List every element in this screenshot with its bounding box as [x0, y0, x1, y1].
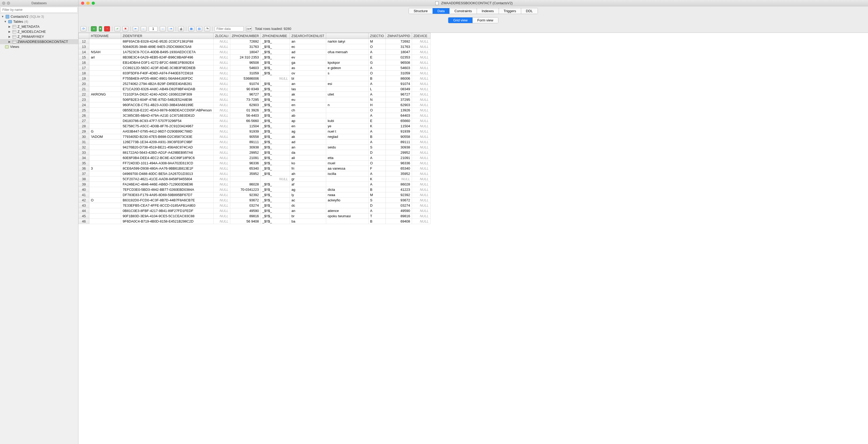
add-row-menu-button[interactable]: ▾	[99, 26, 102, 32]
table-row[interactable]: 40 7EFCD3E0-5BD3-4842-BB77-0260EBD0384A …	[79, 187, 431, 192]
row-number[interactable]: 40	[79, 187, 89, 192]
cell[interactable]: 93672	[385, 198, 412, 203]
cell[interactable]: _$!!$_	[261, 150, 290, 155]
cell[interactable]: 73-7295	[230, 97, 261, 102]
cell-null[interactable]: NULL	[214, 161, 230, 166]
chevron-right-icon[interactable]: ▶	[8, 30, 11, 33]
column-header[interactable]: ZIDENTIFIER	[121, 33, 214, 39]
filter-options-button[interactable]: Tx▾	[246, 26, 252, 32]
cell[interactable]: _$!!$_	[261, 192, 290, 198]
cell[interactable]: 31059	[385, 71, 412, 76]
cell[interactable]: E	[368, 55, 385, 60]
row-number[interactable]: 33	[79, 150, 89, 155]
cell-null[interactable]: NULL	[214, 49, 230, 55]
row-number[interactable]: 46	[79, 219, 89, 224]
cell[interactable]: 72692	[230, 39, 261, 44]
cell[interactable]: 08349	[385, 87, 412, 92]
cell[interactable]: 86028	[230, 182, 261, 187]
cell[interactable]: _$!!$_	[261, 55, 290, 60]
cell[interactable]: _$!!$_	[261, 213, 290, 219]
cell[interactable]	[89, 208, 121, 213]
cell[interactable]	[89, 118, 121, 124]
cell-null[interactable]: NULL	[412, 108, 430, 113]
cell[interactable]: FF724D3D-1011-494A-A308-9AA702E613CD	[121, 161, 214, 166]
cell[interactable]	[89, 108, 121, 113]
cell[interactable]: 30938	[230, 145, 261, 150]
cell-null[interactable]: NULL	[214, 113, 230, 118]
cell[interactable]: _$!!$_	[261, 92, 290, 97]
cell[interactable]: af	[290, 182, 326, 187]
cell[interactable]: 90558	[230, 134, 261, 139]
row-number[interactable]: 13	[79, 44, 89, 49]
cell-null[interactable]: NULL	[214, 139, 230, 145]
cell[interactable]: A	[368, 81, 385, 87]
row-number[interactable]: 17	[79, 65, 89, 71]
cell[interactable]: 01 3926	[230, 108, 261, 113]
cell[interactable]: 02353	[385, 55, 412, 60]
cell[interactable]: bl	[290, 76, 326, 81]
cell-null[interactable]: NULL	[412, 150, 430, 155]
row-number[interactable]: 22	[79, 92, 89, 97]
cell[interactable]	[89, 97, 121, 102]
cell[interactable]: 41223	[385, 187, 412, 192]
cell[interactable]: _$!!$_	[261, 39, 290, 44]
cell[interactable]: 89111	[230, 139, 261, 145]
cell[interactable]: A	[368, 155, 385, 161]
cell[interactable]: 29952	[230, 150, 261, 155]
cell[interactable]	[89, 87, 121, 92]
cell[interactable]: n	[326, 102, 368, 108]
cell[interactable]: en	[290, 102, 326, 108]
cell[interactable]: ev	[290, 55, 326, 60]
cell[interactable]: 31763	[385, 44, 412, 49]
cell-null[interactable]: NULL	[261, 76, 290, 81]
cell-null[interactable]: NULL	[214, 176, 230, 182]
row-number[interactable]: 31	[79, 139, 89, 145]
cell[interactable]: 24 310 2353	[230, 55, 261, 60]
cell[interactable]: _$!!$_	[261, 219, 290, 224]
table-row[interactable]: 30 'IADOM 7793405D-B230-47E5-B698-D2C858…	[79, 134, 431, 139]
cell[interactable]: e gideon	[326, 65, 368, 71]
table-row[interactable]: 23 506FB2E3-604F-478E-875D-54B2E52A8E98 …	[79, 97, 431, 102]
column-header[interactable]: ZSECTIO	[368, 33, 385, 39]
cell[interactable]	[89, 139, 121, 145]
cell[interactable]: 96508	[230, 60, 261, 65]
tree-views-node[interactable]: Views	[0, 44, 78, 49]
cell[interactable]: _$!!$_	[261, 187, 290, 192]
cell[interactable]: 53686006	[230, 76, 261, 81]
cell[interactable]: _$!!$_	[261, 203, 290, 208]
cell[interactable]: 92392	[230, 192, 261, 198]
cell[interactable]: 64403	[385, 113, 412, 118]
cell[interactable]: 35952	[385, 171, 412, 176]
cell[interactable]: 506FB2E3-604F-478E-875D-54B2E52A8E98	[121, 97, 214, 102]
cell-null[interactable]: NULL	[412, 39, 430, 44]
cell[interactable]: 11504	[230, 124, 261, 129]
table-row[interactable]: 17 CC89212D-56DC-423F-8D4E-3C8B3F9ED6EB …	[79, 65, 431, 71]
tab-data[interactable]: Data	[433, 8, 450, 14]
cell-null[interactable]: NULL	[214, 60, 230, 65]
cell-null[interactable]: NULL	[412, 203, 430, 208]
tab-ddl[interactable]: DDL	[521, 8, 537, 14]
table-row[interactable]: 37 04969700-D488-40DC-BE5A-2A267D1D3013 …	[79, 171, 431, 176]
cell[interactable]: 13926	[385, 108, 412, 113]
column-header[interactable]: ZPHONENUMBE	[261, 33, 290, 39]
cell[interactable]: AKRONG	[89, 92, 121, 97]
table-row[interactable]: 21 E71CA20D-6326-4A8C-AB49-D82F8BF4ADAB …	[79, 87, 431, 92]
table-row[interactable]: 12 88F93ACB-E028-42AE-952E-2C0CF1381F88 …	[79, 39, 431, 44]
cell-null[interactable]: NULL	[214, 150, 230, 155]
cell[interactable]: esi	[326, 81, 368, 87]
cell[interactable]: 91074	[385, 81, 412, 87]
cell[interactable]: B	[368, 76, 385, 81]
goto-row-button[interactable]: ↷	[204, 26, 210, 32]
cell-null[interactable]: NULL	[214, 208, 230, 213]
cell[interactable]: ab	[290, 113, 326, 118]
cell[interactable]	[89, 76, 121, 81]
cell-null[interactable]: NULL	[412, 134, 430, 139]
cell[interactable]: ah	[290, 171, 326, 176]
tab-structure[interactable]: Structure	[409, 8, 433, 14]
cell[interactable]: 'IADOM	[89, 134, 121, 139]
cell[interactable]: gr	[290, 176, 326, 182]
cell[interactable]: 89111	[385, 139, 412, 145]
cell[interactable]: A	[368, 129, 385, 134]
cell[interactable]: 49590	[230, 208, 261, 213]
cell[interactable]	[89, 176, 121, 182]
